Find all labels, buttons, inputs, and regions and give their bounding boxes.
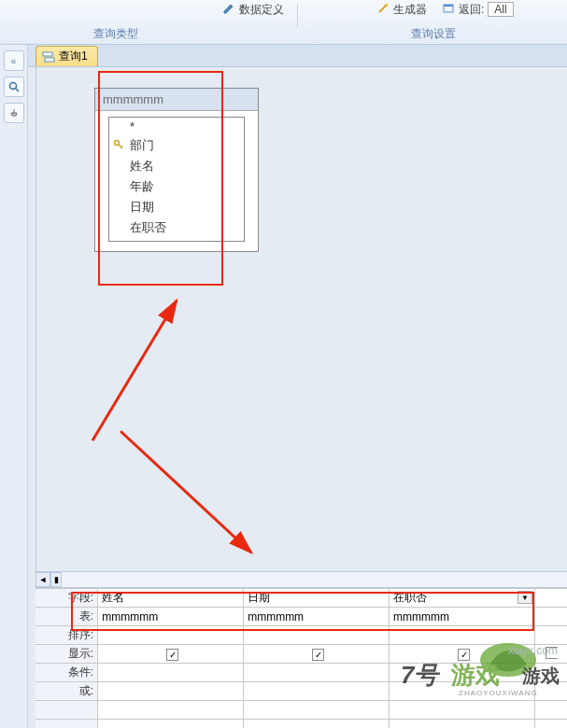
ribbon-data-definition[interactable]: 数据定义 — [215, 0, 291, 44]
field-name[interactable]: 姓名 — [109, 156, 244, 176]
field-active[interactable]: 在职否 — [109, 217, 244, 238]
svg-line-4 — [16, 89, 19, 91]
checkbox-1[interactable]: ✓ — [312, 649, 324, 661]
table-source-box[interactable]: mmmmmm * 部门 姓名 年龄 日期 在职否 — [94, 88, 259, 252]
wm-py: ZHAOYOUXIWANG — [459, 689, 538, 697]
scroll-left-button[interactable]: ◄ — [35, 572, 50, 587]
arrow-2 — [111, 422, 261, 562]
wand-icon — [376, 2, 390, 18]
search-button[interactable] — [4, 77, 24, 97]
svg-rect-6 — [45, 58, 54, 62]
field-cell-0[interactable]: 姓名 — [98, 589, 244, 608]
label-sort: 排序: — [35, 626, 98, 645]
field-list: * 部门 姓名 年龄 日期 在职否 — [108, 117, 245, 242]
svg-rect-5 — [43, 52, 52, 56]
label-show: 显示: — [35, 645, 98, 664]
field-date[interactable]: 日期 — [109, 197, 244, 217]
criteria-cell-1[interactable] — [244, 664, 390, 682]
pin-button[interactable] — [4, 103, 24, 123]
field-cell-3[interactable] — [535, 589, 567, 608]
field-dept-label: 部门 — [130, 138, 154, 152]
collapse-button[interactable]: « — [4, 50, 24, 71]
ribbon-group-query-type: 查询类型 — [93, 26, 138, 42]
search-icon — [8, 81, 20, 92]
return-icon — [442, 2, 455, 18]
blank-cell-0[interactable] — [98, 701, 244, 720]
ribbon-group-query-settings: 查询设置 — [411, 26, 456, 42]
svg-line-9 — [120, 431, 251, 553]
ribbon-builder-label: 生成器 — [393, 2, 427, 18]
ribbon-data-def-label: 数据定义 — [239, 2, 284, 18]
main-area: 查询1 mmmmmm * 部门 姓名 年龄 日期 在职否 — [28, 45, 567, 728]
svg-rect-2 — [444, 5, 453, 7]
left-sidebar: « — [0, 45, 28, 728]
table-cell-3[interactable] — [535, 608, 567, 626]
wm-url: xiayx.com — [508, 644, 558, 657]
sort-cell-1[interactable] — [244, 626, 390, 645]
tab-label: 查询1 — [59, 49, 88, 64]
field-dropdown-button[interactable]: ▼ — [517, 591, 532, 604]
query-icon — [42, 50, 55, 63]
wm-g: 游戏 — [521, 665, 560, 686]
field-dept[interactable]: 部门 — [109, 135, 244, 156]
table-cell-0[interactable]: mmmmmm — [98, 608, 244, 626]
label-blank — [35, 701, 98, 720]
table-cell-2[interactable]: mmmmmm — [390, 608, 535, 626]
svg-point-3 — [9, 83, 16, 90]
row-blank2 — [35, 720, 567, 729]
design-area[interactable]: mmmmmm * 部门 姓名 年龄 日期 在职否 — [35, 67, 567, 571]
table-cell-1[interactable]: mmmmmm — [244, 608, 390, 626]
field-cell-2-text: 在职否 — [393, 591, 427, 604]
ribbon: 数据定义 生成器 返回: All 查询类型 查询设置 — [0, 0, 567, 45]
label-criteria: 条件: — [35, 664, 98, 682]
label-field: 字段: — [35, 589, 98, 608]
scroll-track-button[interactable]: ▮ — [50, 572, 62, 587]
watermark: xiayx.com 7号 游戏 游戏 ZHAOYOUXIWANG — [401, 641, 560, 709]
label-table: 表: — [35, 608, 98, 626]
splitter[interactable]: ◄ ▮ — [35, 571, 567, 588]
key-icon — [113, 139, 124, 150]
field-age[interactable]: 年龄 — [109, 176, 244, 197]
svg-point-7 — [115, 141, 120, 146]
ribbon-return-label: 返回: — [459, 2, 484, 18]
show-cell-0[interactable]: ✓ — [98, 645, 244, 664]
return-combo[interactable]: All — [488, 2, 513, 17]
criteria-cell-0[interactable] — [98, 664, 244, 682]
row-field: 字段: 姓名 日期 在职否 ▼ — [35, 589, 567, 608]
wm-main: 游戏 — [450, 661, 500, 689]
blank-cell-1[interactable] — [244, 701, 390, 720]
table-title: mmmmmm — [95, 89, 258, 111]
field-cell-2[interactable]: 在职否 ▼ — [390, 589, 535, 608]
or-cell-0[interactable] — [98, 682, 244, 701]
tab-bar: 查询1 — [28, 45, 567, 67]
separator — [297, 4, 298, 27]
sort-cell-0[interactable] — [98, 626, 244, 645]
pin-icon — [9, 108, 19, 118]
arrow-1 — [83, 291, 195, 450]
field-cell-1[interactable]: 日期 — [244, 589, 390, 608]
show-cell-1[interactable]: ✓ — [244, 645, 390, 664]
tab-query1[interactable]: 查询1 — [35, 46, 98, 66]
or-cell-1[interactable] — [244, 682, 390, 701]
checkbox-0[interactable]: ✓ — [166, 649, 178, 661]
label-or: 或: — [35, 682, 98, 701]
field-star[interactable]: * — [109, 118, 244, 135]
svg-text:7号: 7号 — [401, 661, 441, 689]
svg-point-0 — [386, 4, 389, 7]
pencil-icon — [222, 2, 235, 18]
svg-line-8 — [92, 301, 177, 441]
row-table: 表: mmmmmm mmmmmm mmmmmm — [35, 608, 567, 626]
